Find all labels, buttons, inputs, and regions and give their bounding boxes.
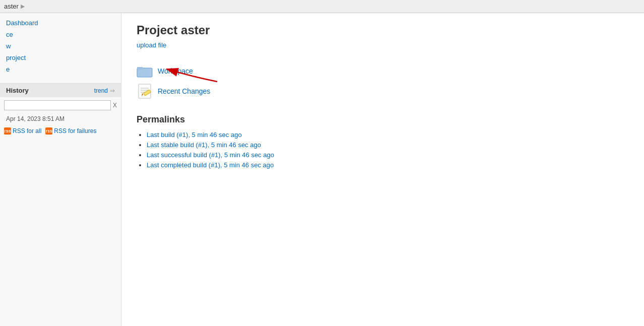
permalink-item-0: Last build (#1), 5 min 46 sec ago	[147, 131, 629, 139]
rss-all-icon: rss	[4, 127, 11, 135]
sidebar-item-w[interactable]: w	[0, 40, 121, 52]
history-arrow: ⇒	[110, 87, 115, 94]
history-header: History trend ⇒	[0, 84, 121, 97]
workspace-file-item: Workspace	[137, 64, 629, 78]
permalink-link-1[interactable]: Last stable build (#1), 5 min 46 sec ago	[147, 141, 261, 149]
history-search-input[interactable]	[4, 100, 111, 110]
rss-links: rss RSS for all rss RSS for failures	[0, 124, 121, 138]
page-title: Project aster	[137, 23, 629, 37]
folder-icon	[137, 64, 153, 78]
history-search-clear[interactable]: X	[113, 102, 117, 109]
document-icon	[137, 83, 153, 99]
recent-changes-file-item: Recent Changes	[137, 83, 629, 99]
breadcrumb-project[interactable]: aster	[4, 3, 19, 10]
sidebar-item-e[interactable]: e	[0, 63, 121, 75]
rss-failures-link[interactable]: rss RSS for failures	[45, 127, 96, 135]
svg-rect-3	[137, 67, 143, 70]
history-entry: Apr 14, 2023 8:51 AM	[0, 113, 121, 124]
sidebar-nav: Dashboard ce w project e	[0, 13, 121, 79]
sidebar-item-ce[interactable]: ce	[0, 29, 121, 40]
permalinks-title: Permalinks	[137, 114, 629, 125]
permalink-item-1: Last stable build (#1), 5 min 46 sec ago	[147, 141, 629, 149]
trend-link[interactable]: trend	[94, 87, 108, 94]
rss-failures-icon: rss	[45, 127, 52, 135]
rss-all-link[interactable]: rss RSS for all	[4, 127, 41, 135]
main-content: Project aster upload file Workspace	[121, 13, 644, 326]
history-date: Apr 14, 2023 8:51 AM	[6, 115, 65, 122]
layout: Dashboard ce w project e History trend ⇒…	[0, 13, 644, 326]
history-section: History trend ⇒ X Apr 14, 2023 8:51 AM r…	[0, 83, 121, 138]
breadcrumb-sep: ▶	[21, 3, 25, 10]
workspace-link[interactable]: Workspace	[158, 67, 193, 75]
history-search-bar: X	[0, 97, 121, 113]
rss-all-label: RSS for all	[13, 127, 41, 135]
sidebar-item-project[interactable]: project	[0, 52, 121, 63]
recent-changes-link[interactable]: Recent Changes	[158, 87, 210, 95]
rss-failures-label: RSS for failures	[54, 127, 96, 135]
history-title: History	[6, 87, 29, 94]
permalink-link-3[interactable]: Last completed build (#1), 5 min 46 sec …	[147, 161, 274, 169]
sidebar: Dashboard ce w project e History trend ⇒…	[0, 13, 121, 326]
permalink-link-2[interactable]: Last successful build (#1), 5 min 46 sec…	[147, 151, 274, 159]
sidebar-item-dashboard[interactable]: Dashboard	[0, 17, 121, 29]
permalink-link-0[interactable]: Last build (#1), 5 min 46 sec ago	[147, 131, 242, 139]
top-bar: aster ▶	[0, 0, 644, 13]
file-list: Workspace	[137, 64, 629, 99]
permalinks-list: Last build (#1), 5 min 46 sec ago Last s…	[137, 131, 629, 169]
permalink-item-3: Last completed build (#1), 5 min 46 sec …	[147, 161, 629, 169]
upload-file-link[interactable]: upload file	[137, 41, 166, 49]
permalink-item-2: Last successful build (#1), 5 min 46 sec…	[147, 151, 629, 159]
history-links: trend ⇒	[94, 87, 115, 94]
